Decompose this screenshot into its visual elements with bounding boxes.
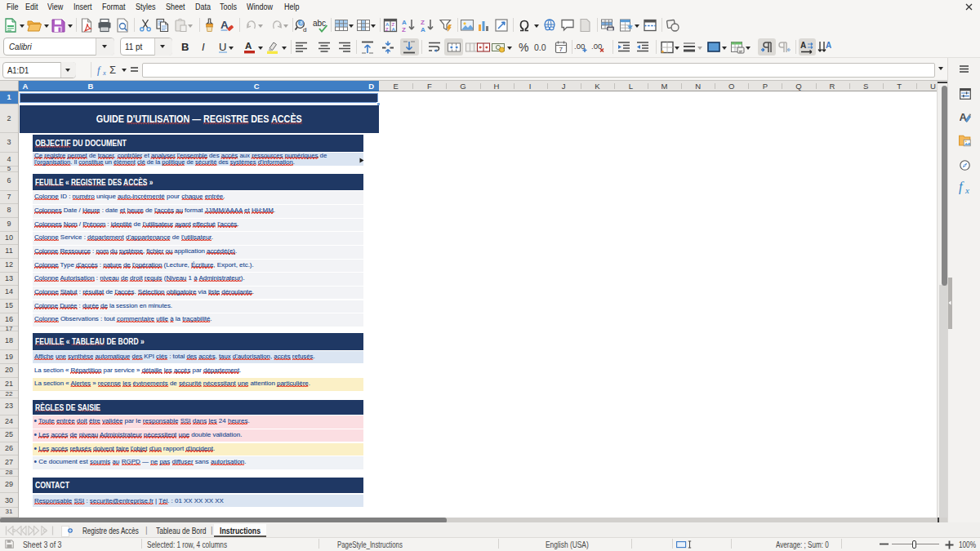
svg-text:7: 7 xyxy=(559,46,563,53)
svg-text:A: A xyxy=(826,41,831,50)
svg-text:abc: abc xyxy=(313,18,326,27)
svg-text:A: A xyxy=(391,27,395,32)
svg-text:A: A xyxy=(800,41,806,50)
svg-text:x: x xyxy=(102,69,106,76)
svg-text:f: f xyxy=(959,179,964,194)
svg-text:a: a xyxy=(300,20,303,25)
svg-text:A: A xyxy=(220,19,229,31)
svg-text:f: f xyxy=(97,64,101,76)
svg-text:.00: .00 xyxy=(574,42,585,51)
svg-text:Z: Z xyxy=(402,25,406,33)
svg-text:Z: Z xyxy=(385,27,389,32)
svg-text:%: % xyxy=(519,41,528,54)
svg-text:x: x xyxy=(964,185,969,194)
svg-text:A: A xyxy=(421,25,425,33)
svg-text:0.0: 0.0 xyxy=(534,42,546,52)
svg-text:d: d xyxy=(303,25,306,33)
svg-text:A: A xyxy=(245,41,252,51)
